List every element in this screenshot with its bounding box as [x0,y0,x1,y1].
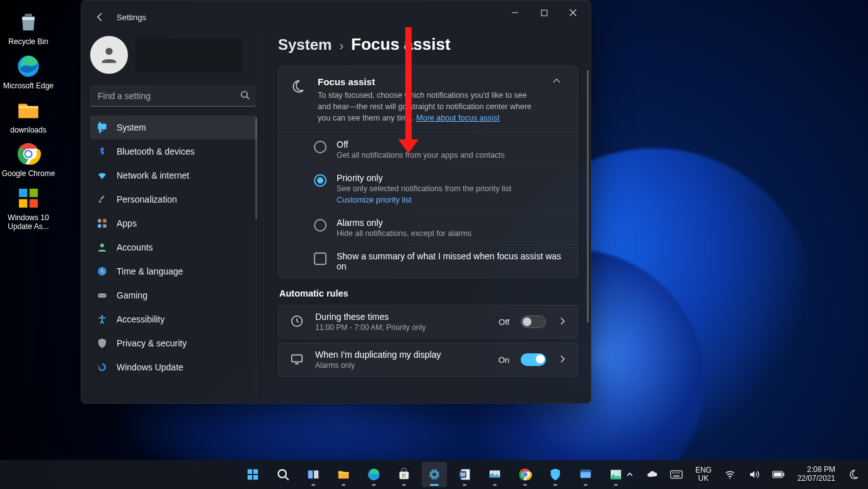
nav-scrollbar-track [255,115,257,396]
radio-option-off[interactable]: Off Get all notifications from your apps… [279,133,577,166]
folder-icon [15,97,42,124]
rule-when-i-m-duplicating-my-display[interactable]: When I'm duplicating my display Alarms o… [278,343,578,377]
desktop[interactable]: Recycle Bin Microsoft Edge downloads Goo… [0,0,868,489]
rule-state-label: Off [499,317,509,327]
taskbar-explorer-button[interactable] [331,462,356,487]
option-desc: Get all notifications from your apps and… [337,151,505,160]
tray-clock[interactable]: 2:08 PM22/07/2021 [795,463,838,486]
taskbar-chrome-button[interactable] [512,462,538,487]
sidebar-item-label: System [117,122,146,133]
taskbar-app-button[interactable] [573,462,598,487]
sidebar-item-system[interactable]: System [90,115,257,139]
nav-icon [96,362,108,373]
content-scrollbar-thumb[interactable] [587,70,589,322]
sidebar-item-label: Bluetooth & devices [117,146,195,156]
taskbar-word-button[interactable]: W [452,462,477,487]
svg-rect-13 [101,131,104,132]
svg-rect-28 [247,469,252,474]
rule-title: During these times [315,312,489,322]
taskbar-search-button[interactable] [270,462,296,487]
breadcrumb: System › Focus assist [278,32,578,66]
sidebar-item-accessibility[interactable]: Accessibility [90,307,257,331]
more-about-focus-assist-link[interactable]: More about focus assist [416,114,499,122]
minimize-button[interactable] [501,3,529,22]
focus-assist-header[interactable]: Focus assist To stay focused, choose whi… [279,66,577,133]
breadcrumb-sep: › [339,38,344,53]
display-icon [290,352,305,367]
taskbar: W [0,460,868,489]
svg-rect-37 [402,474,403,475]
rule-during-these-times[interactable]: During these times 11:00 PM - 7:00 AM; P… [278,305,578,339]
taskbar-screenshot-button[interactable] [482,462,507,487]
tray-language-button[interactable]: ENGUK [693,464,714,485]
taskbar-settings-button[interactable] [422,462,447,487]
sidebar-item-bluetooth-devices[interactable]: Bluetooth & devices [90,139,257,163]
rule-text: When I'm duplicating my display Alarms o… [315,350,489,370]
user-info-redacted [136,38,243,72]
option-title: Show a summary of what I missed when foc… [337,251,566,271]
taskbar-security-button[interactable] [543,462,568,487]
svg-rect-14 [100,196,105,200]
rule-toggle[interactable] [521,315,546,328]
svg-rect-4 [19,189,27,197]
user-row[interactable] [90,32,257,83]
desktop-icon-label: Windows 10 Update As... [1,214,55,232]
sidebar-item-time-language[interactable]: Time & language [90,259,257,283]
desktop-icon-edge[interactable]: Microsoft Edge [0,49,57,93]
sidebar-item-label: Personalization [117,194,177,204]
tray-overflow-button[interactable] [623,468,636,481]
tray-onedrive-icon[interactable] [644,466,660,483]
tray-focus-assist-icon[interactable] [845,466,862,483]
recycle-bin-icon [15,9,42,35]
checkbox-option-show-a-summary-of-what-i-missed-when-focus-assist-was-on[interactable]: Show a summary of what I missed when foc… [279,244,577,278]
radio-control[interactable] [314,174,327,187]
desktop-icon-recycle-bin[interactable]: Recycle Bin [0,5,57,49]
desktop-icon-chrome[interactable]: Google Chrome [0,137,57,181]
radio-control[interactable] [314,141,327,153]
sidebar-item-network-internet[interactable]: Network & internet [90,163,257,187]
maximize-button[interactable] [530,3,558,22]
avatar [90,36,128,74]
taskbar-store-button[interactable] [391,462,417,487]
tray-battery-icon[interactable] [770,468,787,481]
back-button[interactable] [93,9,108,25]
radio-option-alarms-only[interactable]: Alarms only Hide all notifications, exce… [279,211,577,244]
desktop-icon-downloads[interactable]: downloads [0,93,57,138]
rule-text: During these times 11:00 PM - 7:00 AM; P… [315,312,489,332]
close-button[interactable] [559,3,587,22]
chevron-up-icon[interactable] [547,76,566,85]
svg-rect-54 [671,471,682,478]
sidebar-item-personalization[interactable]: Personalization [90,187,257,211]
breadcrumb-parent[interactable]: System [278,36,332,54]
taskbar-taskview-button[interactable] [301,462,326,487]
checkbox-control[interactable] [314,252,327,265]
taskbar-edge-button[interactable] [361,462,386,487]
sidebar-item-windows-update[interactable]: Windows Update [90,355,257,379]
content: System › Focus assist Focus assist To st… [264,27,591,403]
radio-option-priority-only[interactable]: Priority only See only selected notifica… [279,166,577,211]
desktop-icon-win-update-assist[interactable]: Windows 10 Update As... [0,181,57,234]
svg-rect-18 [103,225,107,228]
svg-rect-34 [313,471,318,479]
svg-rect-9 [541,10,547,16]
customize-priority-list-link[interactable]: Customize priority list [337,196,511,204]
rule-toggle[interactable] [521,353,546,366]
start-button[interactable] [240,462,265,487]
tray-wifi-icon[interactable] [722,466,738,483]
tray-volume-icon[interactable] [746,466,762,483]
focus-assist-header-text: Focus assist To stay focused, choose whi… [318,76,536,124]
nav-scrollbar-thumb[interactable] [255,118,257,219]
svg-rect-6 [19,199,27,208]
search-icon [240,90,250,102]
radio-control[interactable] [314,219,327,232]
tray-keyboard-icon[interactable] [668,468,685,481]
search-input[interactable] [90,85,256,107]
search-wrap [90,85,256,107]
svg-text:W: W [460,472,465,478]
moon-icon [290,79,306,95]
sidebar-item-gaming[interactable]: Gaming [90,283,257,307]
sidebar-item-privacy-security[interactable]: Privacy & security [90,331,257,355]
sidebar-item-apps[interactable]: Apps [90,211,257,235]
sidebar-item-accounts[interactable]: Accounts [90,235,257,259]
svg-rect-33 [308,471,312,479]
